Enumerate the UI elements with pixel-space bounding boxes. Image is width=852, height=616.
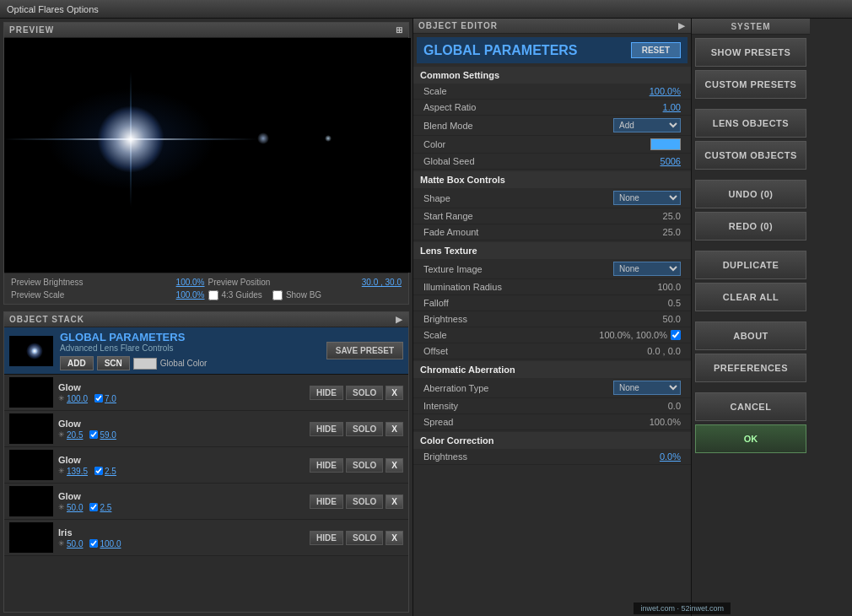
reset-button[interactable]: RESET xyxy=(631,42,681,58)
delete-button[interactable]: X xyxy=(386,386,403,400)
illum-radius-label: Illumination Radius xyxy=(423,282,613,292)
stack-item[interactable]: Iris ✳ 50.0 100.0 xyxy=(4,520,408,556)
global-params-row[interactable]: GLOBAL PARAMETERS Advanced Lens Flare Co… xyxy=(4,327,408,375)
showbg-checkbox[interactable] xyxy=(272,290,283,300)
stack-item[interactable]: Glow ✳ 139.5 2.5 xyxy=(4,447,408,484)
texture-select[interactable]: None Custom xyxy=(613,262,681,276)
duplicate-button[interactable]: DUPLICATE xyxy=(695,251,806,279)
item-vals: ✳ 50.0 100.0 xyxy=(58,539,305,548)
start-range-label: Start Range xyxy=(423,211,613,221)
cc-brightness-value[interactable]: 0.0% xyxy=(613,451,681,462)
aberration-dropdown[interactable]: None Simple Complex xyxy=(613,381,681,395)
stack-header: OBJECT STACK ▶ xyxy=(4,312,408,327)
item-check[interactable] xyxy=(89,503,98,511)
blend-mode-param-row: Blend Mode Add Screen Multiply xyxy=(413,116,691,136)
middle-panel: OBJECT EDITOR ▶ GLOBAL PARAMETERS RESET … xyxy=(413,19,692,616)
aspect-ratio-value[interactable]: 1.00 xyxy=(613,102,681,112)
texture-dropdown[interactable]: None Custom xyxy=(613,262,681,276)
item-name: Glow xyxy=(58,382,305,392)
shape-select[interactable]: None Box Circle xyxy=(613,191,681,205)
item-check[interactable] xyxy=(94,394,103,403)
preview-scale-label: Preview Scale xyxy=(11,290,64,300)
shape-dropdown[interactable]: None Box Circle xyxy=(613,191,681,205)
cc-brightness-label: Brightness xyxy=(423,451,613,462)
preview-scale-value[interactable]: 100.0% xyxy=(176,290,205,300)
color-correction-header: Color Correction xyxy=(413,432,691,449)
item-val-2: 100.0 xyxy=(89,539,121,548)
solo-button[interactable]: SOLO xyxy=(346,458,383,473)
lens-objects-button[interactable]: LENS OBJECTS xyxy=(695,109,806,138)
global-params-title: GLOBAL PARAMETERS xyxy=(60,331,320,343)
item-check[interactable] xyxy=(94,467,103,475)
preview-section: PREVIEW ⊞ Preview Brightness 100.0% Prev… xyxy=(3,22,409,305)
delete-button[interactable]: X xyxy=(386,458,403,473)
guides-checkbox[interactable] xyxy=(208,290,218,300)
guides-checkbox-group: 4:3 Guides xyxy=(208,289,262,300)
blend-mode-select[interactable]: Add Screen Multiply xyxy=(613,118,681,132)
custom-presets-button[interactable]: CUSTOM PRESETS xyxy=(695,70,806,99)
global-color-swatch[interactable] xyxy=(133,358,157,370)
ca-spread-label: Spread xyxy=(423,417,613,427)
preferences-button[interactable]: PREFERENCES xyxy=(695,354,806,382)
delete-button[interactable]: X xyxy=(386,531,403,545)
solo-button[interactable]: SOLO xyxy=(346,531,383,545)
preview-brightness-value[interactable]: 100.0% xyxy=(176,278,205,287)
editor-content[interactable]: GLOBAL PARAMETERS RESET Common Settings … xyxy=(413,34,691,616)
aspect-ratio-label: Aspect Ratio xyxy=(423,102,613,112)
hide-button[interactable]: HIDE xyxy=(310,422,343,436)
lens-texture-header: Lens Texture xyxy=(413,242,691,259)
custom-objects-button[interactable]: CUSTOM OBJECTS xyxy=(695,141,806,170)
item-name: Glow xyxy=(58,491,305,501)
redo-button[interactable]: REDO (0) xyxy=(695,212,806,240)
global-params-editor-title: GLOBAL PARAMETERS xyxy=(423,43,578,58)
stack-item[interactable]: Glow ✳ 100.0 7.0 xyxy=(4,375,408,411)
global-seed-value[interactable]: 5006 xyxy=(613,156,681,166)
stack-item[interactable]: Glow ✳ 50.0 2.5 xyxy=(4,484,408,520)
about-button[interactable]: ABOUT xyxy=(695,322,806,350)
item-thumb xyxy=(9,486,53,516)
preview-canvas[interactable] xyxy=(4,38,411,273)
save-preset-button[interactable]: SAVE PRESET xyxy=(326,342,403,359)
clear-all-button[interactable]: CLEAR ALL xyxy=(695,283,806,311)
texture-image-param-row: Texture Image None Custom xyxy=(413,259,691,279)
delete-button[interactable]: X xyxy=(386,494,403,509)
show-presets-button[interactable]: SHOW PRESETS xyxy=(695,38,806,67)
scale-param-row: Scale 100.0% xyxy=(413,84,691,100)
guides-label: 4:3 Guides xyxy=(222,290,262,300)
item-info: Glow ✳ 20.5 59.0 xyxy=(58,419,305,440)
lt-scale-checkbox[interactable] xyxy=(671,330,681,340)
titlebar: Optical Flares Options xyxy=(0,0,852,19)
hide-button[interactable]: HIDE xyxy=(310,386,343,400)
stack-item[interactable]: Glow ✳ 20.5 59.0 xyxy=(4,411,408,447)
scn-button[interactable]: SCN xyxy=(97,356,130,370)
editor-header-label: OBJECT EDITOR xyxy=(418,21,498,30)
color-swatch[interactable] xyxy=(650,138,681,150)
expand-icon[interactable]: ⊞ xyxy=(396,25,403,35)
item-check[interactable] xyxy=(89,539,98,548)
ok-button[interactable]: OK xyxy=(695,424,806,453)
hide-button[interactable]: HIDE xyxy=(310,494,343,509)
aberration-select[interactable]: None Simple Complex xyxy=(613,381,681,395)
stack-label: OBJECT STACK xyxy=(9,315,84,324)
item-val-2: 59.0 xyxy=(89,430,116,440)
hide-button[interactable]: HIDE xyxy=(310,531,343,545)
add-button[interactable]: ADD xyxy=(60,356,94,370)
global-seed-param-row: Global Seed 5006 xyxy=(413,154,691,170)
system-header-label: SYSTEM xyxy=(731,22,770,31)
left-panel: PREVIEW ⊞ Preview Brightness 100.0% Prev… xyxy=(0,19,413,616)
cancel-button[interactable]: CANCEL xyxy=(695,392,806,421)
color-param-row: Color xyxy=(413,136,691,154)
blend-mode-dropdown[interactable]: Add Screen Multiply xyxy=(613,118,681,132)
preview-position-value[interactable]: 30.0 , 30.0 xyxy=(362,278,402,287)
item-check[interactable] xyxy=(89,430,98,439)
solo-button[interactable]: SOLO xyxy=(346,422,383,436)
delete-button[interactable]: X xyxy=(386,422,403,436)
item-buttons: HIDE SOLO X xyxy=(310,458,403,473)
solo-button[interactable]: SOLO xyxy=(346,494,383,509)
hide-button[interactable]: HIDE xyxy=(310,458,343,473)
undo-button[interactable]: UNDO (0) xyxy=(695,180,806,208)
solo-button[interactable]: SOLO xyxy=(346,386,383,400)
scale-value[interactable]: 100.0% xyxy=(613,86,681,96)
ca-spread-param-row: Spread 100.0% xyxy=(413,414,691,430)
preview-brightness-label: Preview Brightness xyxy=(11,278,84,287)
